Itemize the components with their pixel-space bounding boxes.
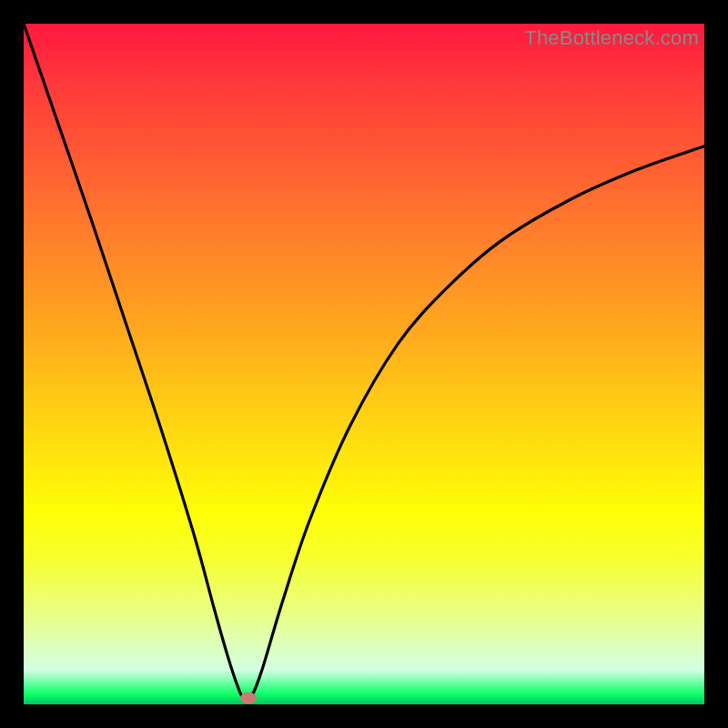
bottleneck-curve-path <box>24 24 704 702</box>
plot-area: TheBottleneck.com <box>24 24 704 704</box>
chart-container: { "watermark": "TheBottleneck.com", "cha… <box>0 0 728 728</box>
min-marker <box>240 692 257 703</box>
curve-svg <box>24 24 704 704</box>
